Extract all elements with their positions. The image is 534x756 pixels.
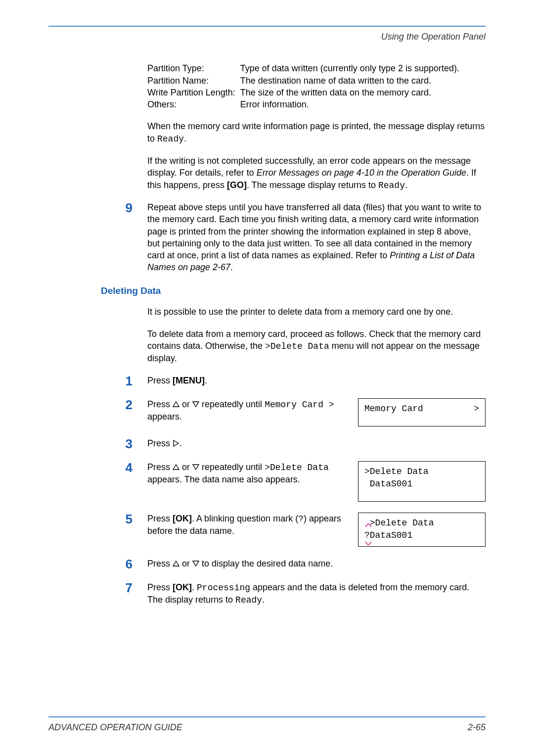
lcd-text: Memory Card: [364, 403, 423, 415]
step-2: 2 Press or repeatedly until Memory Card …: [48, 398, 486, 426]
key-ok: [OK]: [173, 514, 192, 523]
text: . A blinking question mark (: [192, 514, 298, 523]
text: or: [179, 559, 192, 568]
step-number: 4: [48, 461, 147, 474]
lcd-text-blinking-q: ?: [364, 530, 370, 540]
footer-left: ADVANCED OPERATION GUIDE: [48, 721, 182, 733]
step-body: Press [OK]. A blinking question mark (?)…: [147, 513, 346, 537]
up-triangle-icon: [173, 399, 179, 411]
para-print-ready: When the memory card write information p…: [147, 120, 486, 145]
section-deleting-data: Deleting Data: [101, 284, 486, 297]
text: Press: [147, 582, 173, 592]
running-header: Using the Operation Panel: [48, 31, 486, 43]
top-rule: [48, 26, 486, 27]
up-triangle-icon: [173, 558, 179, 570]
step-body: Press [MENU].: [147, 375, 486, 386]
step-1: 1 Press [MENU].: [48, 375, 486, 387]
def-key-partition-type: Partition Type:: [147, 62, 240, 74]
step-body: Press or to display the desired data nam…: [147, 558, 486, 570]
text: .: [192, 582, 197, 592]
mono-ready: Ready: [157, 134, 184, 144]
lcd-text: DataS001: [364, 478, 479, 490]
mono-ready: Ready: [378, 181, 405, 190]
text: Press: [147, 514, 173, 523]
lcd-display: >Delete Data DataS001: [358, 461, 486, 502]
down-triangle-icon: [192, 399, 199, 411]
right-triangle-icon: [173, 438, 179, 450]
text: repeatedly until: [199, 462, 265, 472]
text: .: [230, 262, 233, 272]
step-number: 3: [48, 437, 147, 450]
step-body: Press or repeatedly until Memory Card > …: [147, 398, 346, 423]
step-number: 9: [48, 201, 147, 214]
text: repeatedly until: [199, 399, 265, 409]
step-body: Press [OK]. Processing appears and the d…: [147, 581, 486, 607]
text: .: [205, 376, 207, 385]
text: or: [179, 462, 192, 472]
step-number: 1: [48, 375, 147, 387]
step-body: Repeat above steps until you have transf…: [147, 201, 486, 274]
italic-ref: Error Messages on page 4-10 in the Opera…: [257, 168, 466, 178]
def-val-others: Error information.: [240, 98, 459, 110]
up-triangle-icon: [173, 462, 179, 473]
step-number: 2: [48, 398, 147, 411]
def-key-others: Others:: [147, 98, 240, 110]
text: Press: [147, 438, 173, 448]
step-number: 5: [48, 513, 147, 525]
step-5: 5 Press [OK]. A blinking question mark (…: [48, 513, 486, 546]
step-body: Press or repeatedly until >Delete Data a…: [147, 461, 346, 486]
step-3: 3 Press .: [48, 437, 486, 450]
text: .: [262, 595, 265, 605]
text: .: [179, 438, 182, 448]
mono-question: ?: [298, 514, 304, 524]
key-ok: [OK]: [173, 582, 192, 592]
lcd-text: >Delete Data: [364, 466, 479, 478]
mono-delete-data: >Delete Data: [265, 463, 329, 472]
step-6: 6 Press or to display the desired data n…: [48, 558, 486, 570]
text: Press: [147, 399, 173, 409]
text: or: [179, 399, 192, 409]
step-4: 4 Press or repeatedly until >Delete Data…: [48, 461, 486, 502]
text: Press: [147, 559, 173, 568]
text: appears. The data name also appears.: [147, 474, 300, 484]
def-val-partition-name: The destination name of data written to …: [240, 75, 459, 87]
definition-block: Partition Type: Type of data written (cu…: [147, 62, 486, 191]
text: appears.: [147, 412, 182, 422]
text: Press: [147, 462, 173, 472]
mono-memory-card: Memory Card >: [265, 400, 334, 410]
step-number: 7: [48, 581, 147, 594]
para: To delete data from a memory card, proce…: [147, 328, 486, 365]
footer-right: 2-65: [468, 721, 486, 733]
mono-processing: Processing: [197, 583, 250, 593]
step-body: Press .: [147, 437, 486, 450]
step-number: 6: [48, 558, 147, 570]
down-triangle-icon: [192, 462, 199, 473]
footer-rule: [48, 716, 486, 717]
text: Press: [147, 376, 173, 385]
def-val-partition-type: Type of data written (currently only typ…: [240, 62, 459, 74]
lcd-text: >: [474, 403, 479, 415]
step-9: 9 Repeat above steps until you have tran…: [48, 201, 486, 274]
text: When the memory card write information p…: [147, 121, 485, 143]
para-error: If the writing is not completed successf…: [147, 155, 486, 191]
lcd-display: Memory Card >: [358, 398, 486, 426]
deleting-intro-1: It is possible to use the printer to del…: [147, 306, 486, 364]
text: .: [405, 180, 407, 190]
text: to display the desired data name.: [199, 559, 333, 568]
mono-ready: Ready: [235, 595, 262, 605]
text: .: [184, 134, 186, 143]
def-key-partition-name: Partition Name:: [147, 75, 240, 87]
key-go: [GO]: [227, 180, 247, 190]
mono-delete-data: >Delete Data: [265, 341, 329, 351]
lcd-text: >Delete Data: [370, 518, 434, 528]
text: . The message display returns to: [247, 180, 378, 190]
step-7: 7 Press [OK]. Processing appears and the…: [48, 581, 486, 607]
lcd-text: DataS001: [370, 530, 412, 540]
lcd-display: >Delete Data ?DataS001: [358, 513, 486, 546]
page-footer: ADVANCED OPERATION GUIDE 2-65: [48, 716, 486, 733]
para: It is possible to use the printer to del…: [147, 306, 486, 318]
def-key-write-length: Write Partition Length:: [147, 87, 240, 98]
key-menu: [MENU]: [173, 376, 205, 385]
def-val-write-length: The size of the written data on the memo…: [240, 87, 459, 98]
down-triangle-icon: [192, 558, 199, 570]
